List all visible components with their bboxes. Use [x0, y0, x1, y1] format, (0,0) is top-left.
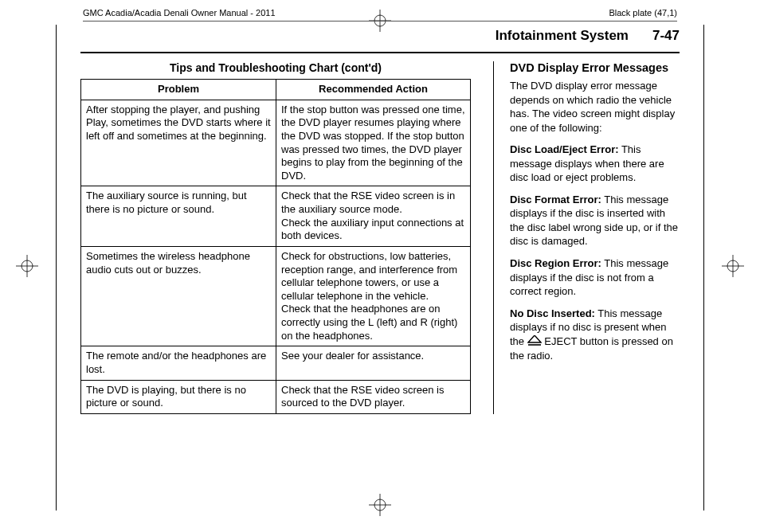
error-item: Disc Format Error: This message displays… [510, 193, 680, 248]
problem-cell: The auxiliary source is running, but the… [81, 186, 276, 247]
error-label: Disc Format Error: [510, 194, 601, 205]
error-item: Disc Load/Eject Error: This message disp… [510, 143, 680, 185]
error-heading: DVD Display Error Messages [510, 61, 680, 74]
troubleshooting-table: Problem Recommended Action After stoppin… [80, 79, 471, 414]
problem-cell: After stopping the player, and pushing P… [81, 100, 276, 186]
action-cell: Check that the RSE video screen is in th… [276, 186, 471, 247]
problem-cell: The DVD is playing, but there is no pict… [81, 380, 276, 413]
col-action-header: Recommended Action [276, 80, 471, 100]
header-divider [83, 21, 677, 22]
error-label: Disc Region Error: [510, 257, 601, 269]
table-row: The remote and/or the headphones are los… [81, 346, 471, 380]
manual-title: GMC Acadia/Acadia Denali Owner Manual - … [83, 8, 276, 18]
error-item: Disc Region Error: This message displays… [510, 256, 680, 299]
error-item: No Disc Inserted: This message displays … [510, 307, 680, 363]
left-column: Tips and Troubleshooting Chart (cont'd) … [80, 61, 471, 414]
action-cell: Check for obstructions, low batteries, r… [276, 246, 471, 346]
print-header: GMC Acadia/Acadia Denali Owner Manual - … [56, 6, 704, 21]
problem-cell: The remote and/or the headphones are los… [81, 346, 276, 380]
chart-title: Tips and Troubleshooting Chart (cont'd) [80, 61, 471, 74]
page-content-frame: Infotainment System 7-47 Tips and Troubl… [56, 25, 704, 510]
error-label: No Disc Inserted: [510, 307, 595, 319]
table-row: Sometimes the wireless headphone audio c… [81, 246, 471, 346]
plate-info: Black plate (47,1) [609, 8, 677, 18]
problem-cell: Sometimes the wireless headphone audio c… [81, 246, 276, 346]
page-number: 7-47 [652, 28, 680, 44]
action-cell: Check that the RSE video screen is sourc… [276, 380, 471, 413]
error-label: Disc Load/Eject Error: [510, 143, 619, 155]
eject-icon [527, 335, 542, 350]
right-column: DVD Display Error Messages The DVD displ… [493, 61, 680, 414]
col-problem-header: Problem [81, 80, 276, 100]
section-title: Infotainment System [496, 28, 629, 44]
action-cell: If the stop button was pressed one time,… [276, 100, 471, 186]
table-row: After stopping the player, and pushing P… [81, 100, 471, 186]
table-row: The DVD is playing, but there is no pict… [81, 380, 471, 413]
error-intro: The DVD display error message depends on… [510, 79, 680, 135]
action-cell: See your dealer for assistance. [276, 346, 471, 380]
table-row: The auxiliary source is running, but the… [81, 186, 471, 247]
section-header: Infotainment System 7-47 [80, 25, 680, 53]
